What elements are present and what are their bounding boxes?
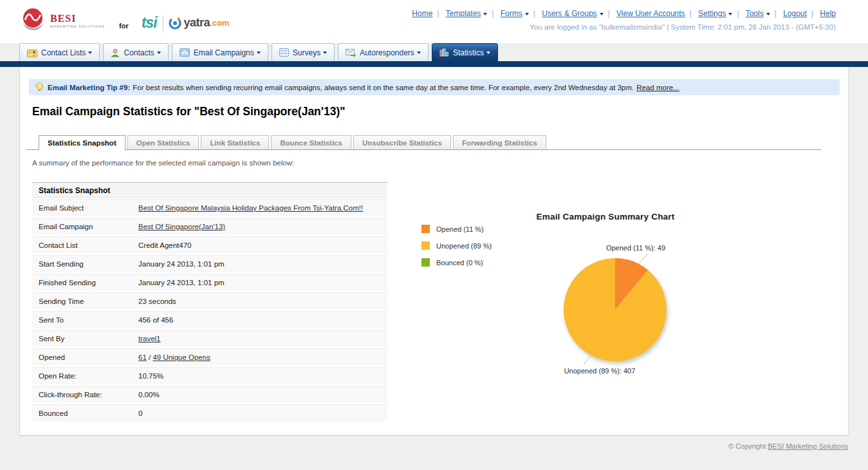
partner-logo: tsi yatra .com [142, 14, 230, 32]
envelope-icon [180, 48, 190, 57]
chevron-down-icon [417, 52, 421, 54]
nav-tools[interactable]: Tools [746, 9, 764, 18]
tab-surveys[interactable]: Surveys [272, 43, 335, 61]
chevron-down-icon [486, 52, 490, 54]
copyright-text: © Copyright [728, 442, 768, 450]
logo-divider [163, 15, 163, 31]
chevron-down-icon [257, 52, 261, 54]
row-label: Opened [32, 353, 138, 361]
statistics-snapshot-table: Statistics Snapshot Email Subject Best O… [32, 182, 387, 422]
subtab-open-statistics[interactable]: Open Statistics [127, 135, 199, 149]
statistics-subtabs: Statistics Snapshot Open Statistics Link… [26, 135, 821, 150]
subtab-link-statistics[interactable]: Link Statistics [201, 135, 269, 149]
yatra-swirl-icon [168, 16, 182, 30]
form-icon [279, 48, 289, 57]
nav-settings[interactable]: Settings [698, 9, 726, 18]
for-label: for [119, 22, 129, 30]
tsi-logo-text: tsi [142, 14, 157, 32]
contact-card-icon [27, 48, 37, 57]
tab-contacts[interactable]: Contacts [103, 43, 168, 61]
nav-templates[interactable]: Templates [446, 9, 481, 18]
login-status-text: You are logged in as "bulkemailsmsindia"… [530, 23, 836, 31]
tab-label: Email Campaigns [194, 48, 254, 57]
chevron-down-icon [600, 13, 604, 15]
chevron-down-icon [323, 52, 327, 54]
brand-area: BESI MARKETING SOLUTIONS for tsi yatra .… [19, 6, 229, 35]
tab-label: Surveys [293, 48, 320, 57]
table-row: Click-through Rate: 0.00% [32, 386, 387, 403]
table-row: Finished Sending January 24 2013, 1:01 p… [32, 274, 387, 291]
top-nav: Home| Templates| Forms| Users & Groups| … [412, 9, 836, 18]
chevron-down-icon [483, 13, 487, 15]
yatra-logo-text: yatra [184, 16, 210, 30]
footer-copyright: © Copyright BESI Marketing Solutions [728, 442, 848, 450]
row-label: Email Campaign [32, 223, 138, 230]
tab-statistics[interactable]: Statistics [432, 43, 498, 61]
top-header: BESI MARKETING SOLUTIONS for tsi yatra .… [0, 0, 868, 43]
email-campaign-summary-chart: Email Campaign Summary Chart Opened (11 … [398, 182, 797, 404]
subtab-bounce-statistics[interactable]: Bounce Statistics [271, 135, 351, 149]
nav-forms[interactable]: Forms [501, 9, 522, 18]
row-label: Sent To [32, 316, 138, 324]
yatra-tld-text: .com [210, 18, 229, 28]
navy-divider-bar [0, 61, 868, 67]
summary-text: A summary of the performance for the sel… [32, 159, 294, 167]
read-more-link[interactable]: Read more... [636, 84, 679, 91]
row-value: 0.00% [138, 391, 387, 399]
chevron-down-icon [525, 13, 529, 15]
row-label: Sent By [32, 335, 138, 343]
value-separator: / [147, 353, 153, 361]
lightbulb-icon [35, 82, 44, 92]
callout-line-opened [638, 253, 649, 264]
subtab-unsubscribe-statistics[interactable]: Unsubscribe Statistics [353, 135, 451, 149]
row-value: January 24 2013, 1:01 pm [138, 260, 387, 268]
besi-logo-icon [19, 6, 46, 35]
tip-banner: Email Marketing Tip #9: For best results… [29, 79, 840, 95]
tip-label: Email Marketing Tip #9: [48, 84, 130, 91]
tab-label: Contacts [124, 48, 154, 57]
tab-label: Statistics [453, 48, 484, 57]
nav-logout[interactable]: Logout [783, 9, 807, 18]
tab-autoresponders[interactable]: Autoresponders [338, 43, 429, 61]
chevron-down-icon [157, 52, 161, 54]
tab-contact-lists[interactable]: Contact Lists [19, 43, 100, 61]
person-icon [111, 48, 120, 57]
row-label: Start Sending [32, 260, 138, 268]
email-subject-link[interactable]: Best Of Singapore Malaysia Holiday Packa… [138, 204, 363, 212]
subtab-forwarding-statistics[interactable]: Forwarding Statistics [453, 135, 546, 149]
row-label: Bounced [32, 409, 138, 417]
chevron-down-icon [766, 13, 770, 15]
row-label: Email Subject [32, 204, 138, 212]
tab-label: Autoresponders [360, 48, 414, 57]
row-value: Credit Agent470 [138, 241, 387, 249]
chevron-down-icon [88, 52, 92, 54]
row-value: 456 of 456 [138, 316, 387, 324]
table-row: Start Sending January 24 2013, 1:01 pm [32, 255, 387, 272]
table-row: Contact List Credit Agent470 [32, 236, 387, 254]
row-label: Contact List [32, 241, 138, 249]
besi-footer-link[interactable]: BESI Marketing Solutions [768, 442, 848, 450]
table-row: Opened 61 / 49 Unique Opens [32, 348, 387, 366]
nav-home[interactable]: Home [412, 9, 432, 18]
besi-brand-tagline: MARKETING SOLUTIONS [50, 25, 105, 29]
tab-email-campaigns[interactable]: Email Campaigns [172, 43, 268, 61]
sent-by-link[interactable]: travel1 [138, 335, 161, 343]
row-label: Open Rate: [32, 372, 138, 380]
table-row: Sent To 456 of 456 [32, 311, 387, 328]
main-tabbar: Contact Lists Contacts Email Campaigns S… [19, 43, 501, 61]
row-value: 23 seconds [138, 297, 387, 305]
table-row: Email Subject Best Of Singapore Malaysia… [32, 199, 387, 216]
table-row: Sending Time 23 seconds [32, 292, 387, 310]
tab-label: Contact Lists [41, 48, 86, 57]
row-value: January 24 2013, 1:01 pm [138, 279, 387, 287]
unique-opens-link[interactable]: 49 Unique Opens [152, 353, 210, 361]
nav-help[interactable]: Help [820, 9, 836, 18]
table-row: Bounced 0 [32, 404, 387, 422]
content-panel: Email Marketing Tip #9: For best results… [19, 67, 849, 436]
email-campaign-link[interactable]: Best Of Singapore(Jan'13) [138, 223, 225, 230]
subtab-statistics-snapshot[interactable]: Statistics Snapshot [39, 135, 125, 150]
bar-chart-icon [439, 48, 449, 57]
nav-view-user-accounts[interactable]: View User Accounts [616, 9, 685, 18]
nav-users-groups[interactable]: Users & Groups [542, 9, 596, 18]
opened-total-link[interactable]: 61 [138, 353, 147, 361]
